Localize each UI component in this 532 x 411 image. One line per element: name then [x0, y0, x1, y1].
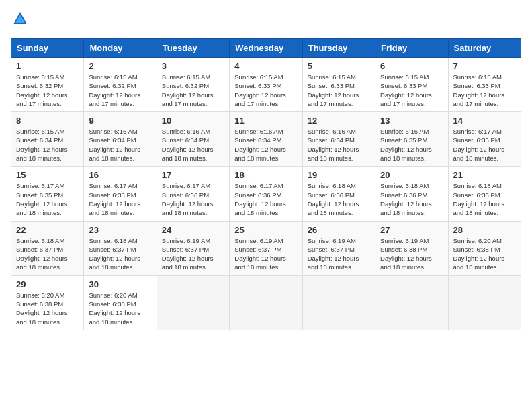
day-header-thursday: Thursday [302, 39, 375, 58]
calendar-cell: 21Sunrise: 6:18 AMSunset: 6:36 PMDayligh… [448, 167, 521, 221]
day-number: 25 [234, 225, 297, 235]
cell-info: Sunrise: 6:15 AMSunset: 6:32 PMDaylight:… [162, 73, 224, 108]
day-number: 2 [89, 61, 151, 71]
calendar-cell: 9Sunrise: 6:16 AMSunset: 6:34 PMDaylight… [84, 112, 157, 167]
calendar-cell: 1Sunrise: 6:15 AMSunset: 6:32 PMDaylight… [11, 58, 84, 112]
calendar-cell [230, 275, 302, 330]
day-header-wednesday: Wednesday [230, 39, 302, 58]
calendar-cell [448, 275, 521, 330]
cell-info: Sunrise: 6:16 AMSunset: 6:34 PMDaylight:… [308, 127, 370, 163]
day-number: 17 [162, 170, 224, 180]
cell-info: Sunrise: 6:15 AMSunset: 6:33 PMDaylight:… [234, 73, 297, 108]
calendar-week-row: 15Sunrise: 6:17 AMSunset: 6:35 PMDayligh… [11, 167, 521, 221]
calendar-cell: 11Sunrise: 6:16 AMSunset: 6:34 PMDayligh… [230, 112, 302, 167]
day-number: 20 [380, 170, 443, 180]
day-header-monday: Monday [84, 39, 157, 58]
calendar-cell: 23Sunrise: 6:18 AMSunset: 6:37 PMDayligh… [84, 221, 157, 275]
day-number: 18 [234, 170, 297, 180]
day-header-friday: Friday [375, 39, 448, 58]
calendar-cell: 16Sunrise: 6:17 AMSunset: 6:35 PMDayligh… [84, 167, 157, 221]
calendar-header-row: SundayMondayTuesdayWednesdayThursdayFrid… [11, 39, 521, 58]
cell-info: Sunrise: 6:18 AMSunset: 6:36 PMDaylight:… [308, 181, 370, 217]
day-header-saturday: Saturday [448, 39, 521, 58]
calendar-cell: 27Sunrise: 6:19 AMSunset: 6:38 PMDayligh… [375, 221, 448, 275]
cell-info: Sunrise: 6:17 AMSunset: 6:36 PMDaylight:… [162, 181, 224, 217]
calendar-cell: 25Sunrise: 6:19 AMSunset: 6:37 PMDayligh… [230, 221, 302, 275]
calendar-cell: 14Sunrise: 6:17 AMSunset: 6:35 PMDayligh… [448, 112, 521, 167]
cell-info: Sunrise: 6:18 AMSunset: 6:36 PMDaylight:… [380, 181, 443, 217]
logo-icon [12, 11, 28, 27]
cell-info: Sunrise: 6:17 AMSunset: 6:35 PMDaylight:… [453, 127, 516, 163]
day-number: 13 [380, 116, 443, 126]
calendar-cell: 4Sunrise: 6:15 AMSunset: 6:33 PMDaylight… [230, 58, 302, 112]
calendar-cell: 30Sunrise: 6:20 AMSunset: 6:38 PMDayligh… [84, 275, 157, 330]
cell-info: Sunrise: 6:16 AMSunset: 6:35 PMDaylight:… [380, 127, 443, 163]
logo [11, 11, 28, 30]
cell-info: Sunrise: 6:18 AMSunset: 6:37 PMDaylight:… [89, 236, 151, 272]
cell-info: Sunrise: 6:20 AMSunset: 6:38 PMDaylight:… [16, 291, 79, 326]
day-number: 14 [453, 116, 516, 126]
cell-info: Sunrise: 6:17 AMSunset: 6:35 PMDaylight:… [89, 181, 151, 217]
day-number: 24 [162, 225, 224, 235]
calendar-week-row: 29Sunrise: 6:20 AMSunset: 6:38 PMDayligh… [11, 275, 521, 330]
calendar-cell: 22Sunrise: 6:18 AMSunset: 6:37 PMDayligh… [11, 221, 84, 275]
calendar: SundayMondayTuesdayWednesdayThursdayFrid… [11, 38, 521, 330]
calendar-cell: 10Sunrise: 6:16 AMSunset: 6:34 PMDayligh… [157, 112, 229, 167]
day-number: 7 [453, 61, 516, 71]
calendar-cell: 5Sunrise: 6:15 AMSunset: 6:33 PMDaylight… [302, 58, 375, 112]
day-header-sunday: Sunday [11, 39, 84, 58]
day-number: 4 [234, 61, 297, 71]
cell-info: Sunrise: 6:19 AMSunset: 6:38 PMDaylight:… [380, 236, 443, 272]
cell-info: Sunrise: 6:17 AMSunset: 6:35 PMDaylight:… [16, 181, 79, 217]
day-number: 5 [308, 61, 370, 71]
cell-info: Sunrise: 6:20 AMSunset: 6:38 PMDaylight:… [89, 291, 151, 326]
day-number: 22 [16, 225, 79, 235]
calendar-cell: 15Sunrise: 6:17 AMSunset: 6:35 PMDayligh… [11, 167, 84, 221]
day-number: 9 [89, 116, 151, 126]
day-number: 8 [16, 116, 79, 126]
day-number: 10 [162, 116, 224, 126]
calendar-cell: 26Sunrise: 6:19 AMSunset: 6:37 PMDayligh… [302, 221, 375, 275]
calendar-cell: 8Sunrise: 6:15 AMSunset: 6:34 PMDaylight… [11, 112, 84, 167]
day-number: 23 [89, 225, 151, 235]
cell-info: Sunrise: 6:19 AMSunset: 6:37 PMDaylight:… [234, 236, 297, 272]
calendar-week-row: 1Sunrise: 6:15 AMSunset: 6:32 PMDaylight… [11, 58, 521, 112]
calendar-cell: 28Sunrise: 6:20 AMSunset: 6:38 PMDayligh… [448, 221, 521, 275]
cell-info: Sunrise: 6:15 AMSunset: 6:32 PMDaylight:… [16, 73, 79, 108]
cell-info: Sunrise: 6:20 AMSunset: 6:38 PMDaylight:… [453, 236, 516, 272]
calendar-cell [375, 275, 448, 330]
day-number: 15 [16, 170, 79, 180]
day-header-tuesday: Tuesday [157, 39, 229, 58]
day-number: 21 [453, 170, 516, 180]
cell-info: Sunrise: 6:19 AMSunset: 6:37 PMDaylight:… [162, 236, 224, 272]
day-number: 3 [162, 61, 224, 71]
cell-info: Sunrise: 6:16 AMSunset: 6:34 PMDaylight:… [89, 127, 151, 163]
cell-info: Sunrise: 6:18 AMSunset: 6:36 PMDaylight:… [453, 181, 516, 217]
cell-info: Sunrise: 6:16 AMSunset: 6:34 PMDaylight:… [234, 127, 297, 163]
day-number: 27 [380, 225, 443, 235]
calendar-cell: 17Sunrise: 6:17 AMSunset: 6:36 PMDayligh… [157, 167, 229, 221]
calendar-cell: 7Sunrise: 6:15 AMSunset: 6:33 PMDaylight… [448, 58, 521, 112]
day-number: 30 [89, 279, 151, 289]
day-number: 29 [16, 279, 79, 289]
calendar-cell: 24Sunrise: 6:19 AMSunset: 6:37 PMDayligh… [157, 221, 229, 275]
calendar-cell: 6Sunrise: 6:15 AMSunset: 6:33 PMDaylight… [375, 58, 448, 112]
calendar-cell: 13Sunrise: 6:16 AMSunset: 6:35 PMDayligh… [375, 112, 448, 167]
page-header [11, 11, 521, 30]
cell-info: Sunrise: 6:17 AMSunset: 6:36 PMDaylight:… [234, 181, 297, 217]
calendar-cell: 12Sunrise: 6:16 AMSunset: 6:34 PMDayligh… [302, 112, 375, 167]
cell-info: Sunrise: 6:15 AMSunset: 6:34 PMDaylight:… [16, 127, 79, 163]
cell-info: Sunrise: 6:16 AMSunset: 6:34 PMDaylight:… [162, 127, 224, 163]
calendar-cell: 20Sunrise: 6:18 AMSunset: 6:36 PMDayligh… [375, 167, 448, 221]
day-number: 16 [89, 170, 151, 180]
day-number: 26 [308, 225, 370, 235]
day-number: 6 [380, 61, 443, 71]
day-number: 11 [234, 116, 297, 126]
calendar-cell: 2Sunrise: 6:15 AMSunset: 6:32 PMDaylight… [84, 58, 157, 112]
cell-info: Sunrise: 6:15 AMSunset: 6:33 PMDaylight:… [453, 73, 516, 108]
day-number: 28 [453, 225, 516, 235]
cell-info: Sunrise: 6:15 AMSunset: 6:33 PMDaylight:… [380, 73, 443, 108]
calendar-cell [302, 275, 375, 330]
day-number: 12 [308, 116, 370, 126]
day-number: 1 [16, 61, 79, 71]
